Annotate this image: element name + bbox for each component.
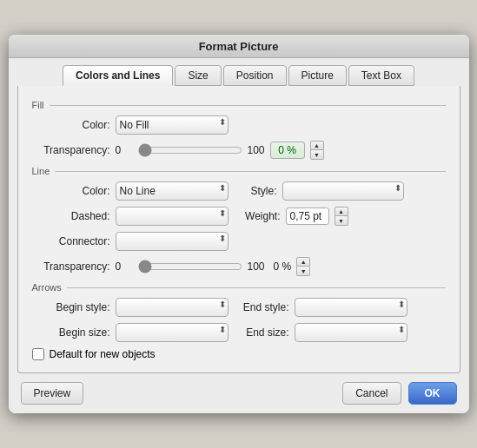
line-style-select[interactable] [282,181,404,201]
default-label: Default for new objects [50,348,156,360]
line-style-combo-wrap [282,181,404,201]
footer-bar: Preview Cancel OK [9,373,469,413]
line-color-select[interactable]: No Line [116,181,229,201]
line-color-combo-wrap: No Line [116,181,229,201]
tab-content: Fill Color: No Fill Transparency: 0 100 … [17,86,460,373]
begin-size-select[interactable] [116,323,229,342]
ok-button[interactable]: OK [408,382,457,405]
line-weight-increment[interactable]: ▲ [335,207,348,216]
fill-section-label: Fill [32,100,446,110]
begin-style-combo-wrap [116,298,229,317]
fill-transparency-row: Transparency: 0 100 ▲ ▼ [32,141,446,160]
begin-size-label: Begin size: [32,326,110,339]
line-transparency-display: 0 % [274,260,292,273]
fill-transparency-label: Transparency: [32,144,110,156]
line-transparency-stepper: ▲ ▼ [296,257,310,276]
line-weight-label: Weight: [234,210,281,222]
line-dashed-row: Dashed: Weight: ▲ ▼ [32,207,446,226]
end-size-select[interactable] [295,323,407,342]
fill-transparency-stepper: ▲ ▼ [310,141,324,160]
line-transparency-min: 0 [116,260,133,273]
line-section-label: Line [32,166,446,176]
tab-bar: Colors and Lines Size Position Picture T… [9,58,469,86]
line-dashed-label: Dashed: [32,210,110,222]
line-weight-decrement[interactable]: ▼ [335,216,348,226]
line-color-label: Color: [32,185,110,197]
fill-transparency-slider-wrap: 0 100 ▲ ▼ [116,141,324,160]
tab-position[interactable]: Position [223,65,287,86]
line-transparency-increment[interactable]: ▲ [296,257,310,267]
line-transparency-label: Transparency: [32,260,110,273]
end-size-label: End size: [234,326,289,339]
end-size-combo-wrap [295,323,407,342]
line-transparency-slider-wrap: 0 100 0 % ▲ ▼ [116,257,311,276]
arrows-begin-size-row: Begin size: End size: [32,323,446,342]
tab-size[interactable]: Size [175,65,221,86]
tab-text-box[interactable]: Text Box [348,65,414,86]
line-transparency-slider[interactable] [138,260,242,273]
format-picture-dialog: Format Picture Colors and Lines Size Pos… [9,35,469,413]
fill-color-combo-wrap: No Fill [116,115,229,135]
dialog-title: Format Picture [9,35,469,58]
fill-color-row: Color: No Fill [32,115,446,135]
line-style-label: Style: [234,185,277,197]
line-weight-stepper: ▲ ▼ [335,207,348,226]
fill-transparency-max: 100 [248,144,265,156]
preview-button[interactable]: Preview [21,382,84,405]
begin-style-select[interactable] [116,298,229,317]
end-style-label: End style: [234,301,289,313]
end-style-select[interactable] [295,298,407,317]
end-style-combo-wrap [295,298,407,317]
line-connector-select[interactable] [116,232,229,251]
fill-transparency-increment[interactable]: ▲ [310,141,324,150]
arrows-section-label: Arrows [32,282,446,293]
begin-style-label: Begin style: [32,301,110,313]
tab-colors-and-lines[interactable]: Colors and Lines [63,65,173,86]
line-transparency-max: 100 [248,260,265,273]
default-checkbox[interactable] [32,348,44,360]
line-connector-combo-wrap [116,232,229,251]
arrows-begin-style-row: Begin style: End style: [32,298,446,317]
fill-color-label: Color: [32,119,110,131]
fill-transparency-slider[interactable] [138,144,242,156]
fill-transparency-decrement[interactable]: ▼ [310,150,324,160]
line-weight-input[interactable] [286,208,329,225]
line-connector-row: Connector: [32,232,446,251]
fill-transparency-min: 0 [116,144,133,156]
line-dashed-combo-wrap [116,207,229,226]
tab-picture[interactable]: Picture [288,65,347,86]
line-transparency-decrement[interactable]: ▼ [296,267,310,276]
fill-color-select[interactable]: No Fill [116,115,229,135]
line-connector-label: Connector: [32,235,110,247]
cancel-button[interactable]: Cancel [342,382,401,405]
fill-transparency-input[interactable] [270,142,305,159]
right-buttons: Cancel OK [342,382,456,405]
line-transparency-row: Transparency: 0 100 0 % ▲ ▼ [32,257,446,276]
begin-size-combo-wrap [116,323,229,342]
line-dashed-select[interactable] [116,207,229,226]
line-color-row: Color: No Line Style: [32,181,446,201]
default-checkbox-row: Default for new objects [32,348,446,360]
